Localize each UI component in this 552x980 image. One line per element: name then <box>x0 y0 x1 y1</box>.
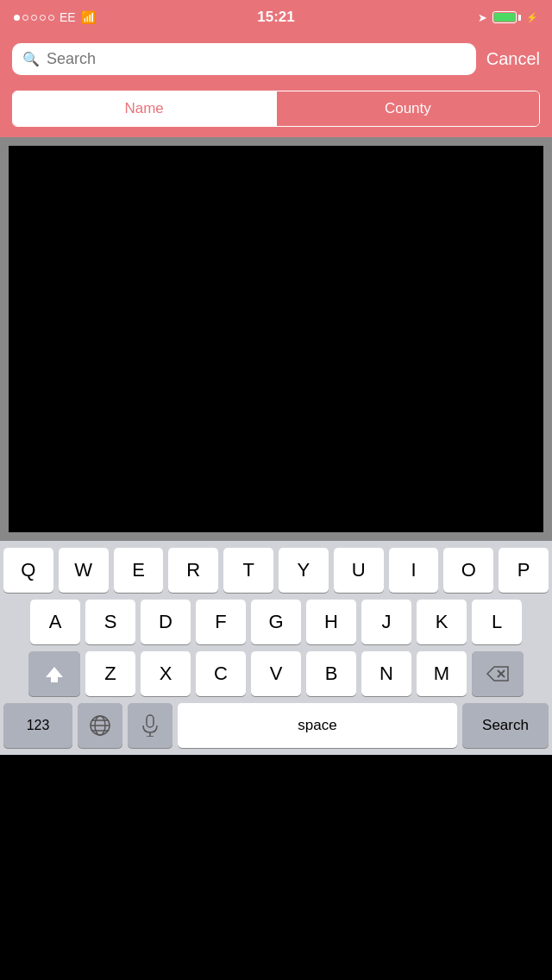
delete-icon <box>486 666 509 682</box>
delete-key[interactable] <box>472 651 524 696</box>
status-bar: EE 📶 15:21 ➤ ⚡ <box>0 0 552 35</box>
key-q[interactable]: Q <box>3 548 53 593</box>
keyboard-row-3: Z X C V B N M <box>0 651 552 696</box>
key-v[interactable]: V <box>251 651 301 696</box>
key-d[interactable]: D <box>141 600 191 644</box>
key-u[interactable]: U <box>334 548 384 593</box>
keyboard: Q W E R T Y U I O P A S D F G H J K L Z … <box>0 541 552 755</box>
shift-key[interactable] <box>28 651 80 696</box>
key-g[interactable]: G <box>251 600 301 644</box>
signal-dot-1 <box>14 15 20 21</box>
key-l[interactable]: L <box>472 600 522 644</box>
key-y[interactable]: Y <box>279 548 329 593</box>
key-r[interactable]: R <box>168 548 218 593</box>
wifi-icon: 📶 <box>81 10 96 24</box>
mic-key[interactable] <box>128 703 172 748</box>
search-key[interactable]: Search <box>462 703 549 748</box>
segment-inner: Name County <box>12 91 540 127</box>
search-input[interactable] <box>47 50 466 68</box>
key-o[interactable]: O <box>443 548 493 593</box>
svg-rect-8 <box>147 715 154 727</box>
keyboard-row-2: A S D F G H J K L <box>0 600 552 644</box>
key-z[interactable]: Z <box>85 651 135 696</box>
mic-icon <box>141 714 159 737</box>
key-w[interactable]: W <box>59 548 109 593</box>
search-input-wrapper[interactable]: 🔍 <box>12 43 476 75</box>
status-time: 15:21 <box>257 9 294 26</box>
map-view <box>9 146 543 532</box>
key-f[interactable]: F <box>196 600 246 644</box>
segment-control: Name County <box>0 84 552 137</box>
globe-icon <box>89 714 111 737</box>
signal-dot-2 <box>22 15 28 21</box>
search-icon: 🔍 <box>22 51 40 67</box>
carrier-label: EE <box>60 10 76 24</box>
key-n[interactable]: N <box>361 651 411 696</box>
search-bar: 🔍 Cancel <box>0 35 552 84</box>
battery-indicator <box>492 11 521 23</box>
segment-name-button[interactable]: Name <box>13 91 275 126</box>
keyboard-bottom-row: 123 space Search <box>0 703 552 755</box>
key-e[interactable]: E <box>114 548 164 593</box>
location-icon: ➤ <box>478 11 487 24</box>
segment-county-button[interactable]: County <box>277 91 539 126</box>
key-b[interactable]: B <box>306 651 356 696</box>
numbers-key[interactable]: 123 <box>3 703 72 748</box>
key-t[interactable]: T <box>223 548 273 593</box>
svg-marker-0 <box>46 667 63 682</box>
signal-dots <box>14 15 54 21</box>
key-k[interactable]: K <box>417 600 467 644</box>
globe-key[interactable] <box>78 703 122 748</box>
status-left: EE 📶 <box>14 10 96 24</box>
key-j[interactable]: J <box>361 600 411 644</box>
content-area <box>0 137 552 541</box>
signal-dot-3 <box>31 15 37 21</box>
key-c[interactable]: C <box>196 651 246 696</box>
key-s[interactable]: S <box>85 600 135 644</box>
key-p[interactable]: P <box>499 548 549 593</box>
key-m[interactable]: M <box>417 651 467 696</box>
status-right: ➤ ⚡ <box>478 11 538 24</box>
key-h[interactable]: H <box>306 600 356 644</box>
signal-dot-4 <box>40 15 46 21</box>
space-key[interactable]: space <box>178 703 457 748</box>
key-x[interactable]: X <box>141 651 191 696</box>
shift-icon <box>45 665 64 682</box>
key-i[interactable]: I <box>389 548 439 593</box>
signal-dot-5 <box>48 15 54 21</box>
keyboard-row-1: Q W E R T Y U I O P <box>0 548 552 593</box>
charging-icon: ⚡ <box>526 12 538 23</box>
key-a[interactable]: A <box>30 600 80 644</box>
cancel-button[interactable]: Cancel <box>486 49 540 69</box>
